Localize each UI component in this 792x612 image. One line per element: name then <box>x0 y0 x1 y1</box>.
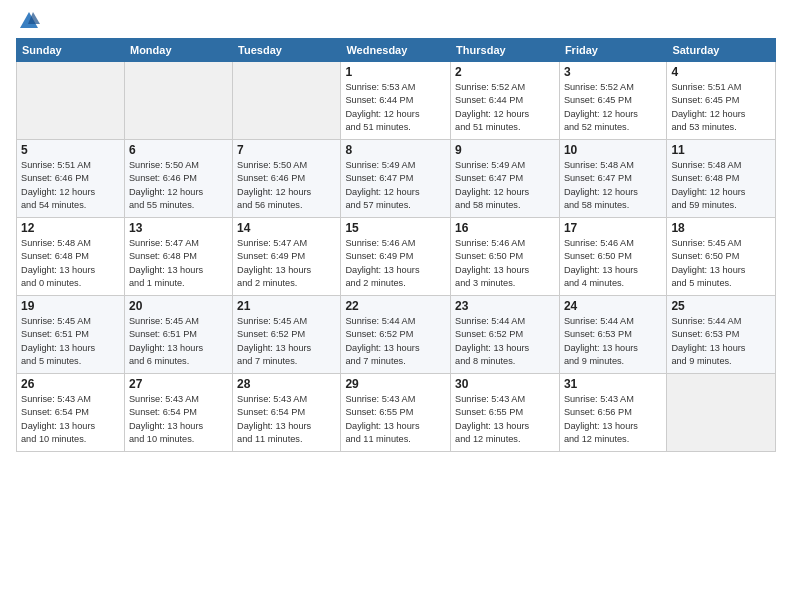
day-number: 7 <box>237 143 336 157</box>
day-number: 16 <box>455 221 555 235</box>
calendar-cell: 21Sunrise: 5:45 AMSunset: 6:52 PMDayligh… <box>233 296 341 374</box>
day-of-week-header: Wednesday <box>341 39 451 62</box>
day-number: 26 <box>21 377 120 391</box>
calendar-week-row: 19Sunrise: 5:45 AMSunset: 6:51 PMDayligh… <box>17 296 776 374</box>
calendar-cell: 13Sunrise: 5:47 AMSunset: 6:48 PMDayligh… <box>124 218 232 296</box>
day-info: Sunrise: 5:43 AMSunset: 6:55 PMDaylight:… <box>455 393 555 446</box>
logo-icon <box>18 10 40 32</box>
day-of-week-header: Friday <box>559 39 667 62</box>
calendar-cell: 9Sunrise: 5:49 AMSunset: 6:47 PMDaylight… <box>451 140 560 218</box>
day-number: 15 <box>345 221 446 235</box>
day-info: Sunrise: 5:52 AMSunset: 6:45 PMDaylight:… <box>564 81 663 134</box>
day-of-week-header: Monday <box>124 39 232 62</box>
calendar-cell: 1Sunrise: 5:53 AMSunset: 6:44 PMDaylight… <box>341 62 451 140</box>
calendar-cell: 23Sunrise: 5:44 AMSunset: 6:52 PMDayligh… <box>451 296 560 374</box>
day-of-week-header: Tuesday <box>233 39 341 62</box>
calendar-cell: 25Sunrise: 5:44 AMSunset: 6:53 PMDayligh… <box>667 296 776 374</box>
day-number: 31 <box>564 377 663 391</box>
day-info: Sunrise: 5:46 AMSunset: 6:49 PMDaylight:… <box>345 237 446 290</box>
day-info: Sunrise: 5:48 AMSunset: 6:47 PMDaylight:… <box>564 159 663 212</box>
calendar-cell: 12Sunrise: 5:48 AMSunset: 6:48 PMDayligh… <box>17 218 125 296</box>
day-info: Sunrise: 5:50 AMSunset: 6:46 PMDaylight:… <box>237 159 336 212</box>
day-info: Sunrise: 5:44 AMSunset: 6:52 PMDaylight:… <box>345 315 446 368</box>
day-info: Sunrise: 5:43 AMSunset: 6:55 PMDaylight:… <box>345 393 446 446</box>
day-number: 24 <box>564 299 663 313</box>
calendar-body: 1Sunrise: 5:53 AMSunset: 6:44 PMDaylight… <box>17 62 776 452</box>
calendar-header-row: SundayMondayTuesdayWednesdayThursdayFrid… <box>17 39 776 62</box>
day-number: 6 <box>129 143 228 157</box>
day-number: 19 <box>21 299 120 313</box>
day-info: Sunrise: 5:46 AMSunset: 6:50 PMDaylight:… <box>455 237 555 290</box>
day-number: 3 <box>564 65 663 79</box>
day-number: 20 <box>129 299 228 313</box>
day-number: 23 <box>455 299 555 313</box>
calendar-cell: 15Sunrise: 5:46 AMSunset: 6:49 PMDayligh… <box>341 218 451 296</box>
calendar-cell: 8Sunrise: 5:49 AMSunset: 6:47 PMDaylight… <box>341 140 451 218</box>
day-info: Sunrise: 5:43 AMSunset: 6:56 PMDaylight:… <box>564 393 663 446</box>
calendar-page: SundayMondayTuesdayWednesdayThursdayFrid… <box>0 0 792 462</box>
day-info: Sunrise: 5:45 AMSunset: 6:50 PMDaylight:… <box>671 237 771 290</box>
day-number: 4 <box>671 65 771 79</box>
day-number: 8 <box>345 143 446 157</box>
calendar-cell <box>17 62 125 140</box>
calendar-cell: 19Sunrise: 5:45 AMSunset: 6:51 PMDayligh… <box>17 296 125 374</box>
day-info: Sunrise: 5:53 AMSunset: 6:44 PMDaylight:… <box>345 81 446 134</box>
calendar-week-row: 26Sunrise: 5:43 AMSunset: 6:54 PMDayligh… <box>17 374 776 452</box>
day-info: Sunrise: 5:44 AMSunset: 6:53 PMDaylight:… <box>564 315 663 368</box>
day-info: Sunrise: 5:43 AMSunset: 6:54 PMDaylight:… <box>21 393 120 446</box>
day-info: Sunrise: 5:48 AMSunset: 6:48 PMDaylight:… <box>671 159 771 212</box>
calendar-cell: 14Sunrise: 5:47 AMSunset: 6:49 PMDayligh… <box>233 218 341 296</box>
day-number: 5 <box>21 143 120 157</box>
calendar-cell: 30Sunrise: 5:43 AMSunset: 6:55 PMDayligh… <box>451 374 560 452</box>
calendar-cell <box>667 374 776 452</box>
day-number: 10 <box>564 143 663 157</box>
calendar-week-row: 5Sunrise: 5:51 AMSunset: 6:46 PMDaylight… <box>17 140 776 218</box>
calendar-table: SundayMondayTuesdayWednesdayThursdayFrid… <box>16 38 776 452</box>
logo <box>16 10 40 32</box>
day-number: 18 <box>671 221 771 235</box>
day-number: 14 <box>237 221 336 235</box>
day-number: 17 <box>564 221 663 235</box>
calendar-cell: 2Sunrise: 5:52 AMSunset: 6:44 PMDaylight… <box>451 62 560 140</box>
day-of-week-header: Sunday <box>17 39 125 62</box>
calendar-week-row: 12Sunrise: 5:48 AMSunset: 6:48 PMDayligh… <box>17 218 776 296</box>
calendar-cell: 11Sunrise: 5:48 AMSunset: 6:48 PMDayligh… <box>667 140 776 218</box>
calendar-cell: 6Sunrise: 5:50 AMSunset: 6:46 PMDaylight… <box>124 140 232 218</box>
day-number: 13 <box>129 221 228 235</box>
day-of-week-header: Saturday <box>667 39 776 62</box>
calendar-cell <box>124 62 232 140</box>
calendar-cell: 7Sunrise: 5:50 AMSunset: 6:46 PMDaylight… <box>233 140 341 218</box>
day-info: Sunrise: 5:51 AMSunset: 6:46 PMDaylight:… <box>21 159 120 212</box>
day-info: Sunrise: 5:43 AMSunset: 6:54 PMDaylight:… <box>129 393 228 446</box>
calendar-cell: 29Sunrise: 5:43 AMSunset: 6:55 PMDayligh… <box>341 374 451 452</box>
calendar-cell: 28Sunrise: 5:43 AMSunset: 6:54 PMDayligh… <box>233 374 341 452</box>
day-info: Sunrise: 5:44 AMSunset: 6:53 PMDaylight:… <box>671 315 771 368</box>
calendar-cell: 22Sunrise: 5:44 AMSunset: 6:52 PMDayligh… <box>341 296 451 374</box>
calendar-cell: 31Sunrise: 5:43 AMSunset: 6:56 PMDayligh… <box>559 374 667 452</box>
calendar-cell: 10Sunrise: 5:48 AMSunset: 6:47 PMDayligh… <box>559 140 667 218</box>
calendar-cell: 5Sunrise: 5:51 AMSunset: 6:46 PMDaylight… <box>17 140 125 218</box>
day-number: 27 <box>129 377 228 391</box>
day-number: 22 <box>345 299 446 313</box>
day-info: Sunrise: 5:48 AMSunset: 6:48 PMDaylight:… <box>21 237 120 290</box>
calendar-cell: 27Sunrise: 5:43 AMSunset: 6:54 PMDayligh… <box>124 374 232 452</box>
header <box>16 10 776 32</box>
day-number: 11 <box>671 143 771 157</box>
day-number: 9 <box>455 143 555 157</box>
calendar-cell: 3Sunrise: 5:52 AMSunset: 6:45 PMDaylight… <box>559 62 667 140</box>
day-of-week-header: Thursday <box>451 39 560 62</box>
day-info: Sunrise: 5:47 AMSunset: 6:49 PMDaylight:… <box>237 237 336 290</box>
calendar-cell <box>233 62 341 140</box>
day-number: 12 <box>21 221 120 235</box>
day-info: Sunrise: 5:43 AMSunset: 6:54 PMDaylight:… <box>237 393 336 446</box>
day-info: Sunrise: 5:45 AMSunset: 6:52 PMDaylight:… <box>237 315 336 368</box>
calendar-cell: 4Sunrise: 5:51 AMSunset: 6:45 PMDaylight… <box>667 62 776 140</box>
day-number: 30 <box>455 377 555 391</box>
calendar-cell: 16Sunrise: 5:46 AMSunset: 6:50 PMDayligh… <box>451 218 560 296</box>
day-info: Sunrise: 5:45 AMSunset: 6:51 PMDaylight:… <box>129 315 228 368</box>
calendar-cell: 20Sunrise: 5:45 AMSunset: 6:51 PMDayligh… <box>124 296 232 374</box>
day-info: Sunrise: 5:51 AMSunset: 6:45 PMDaylight:… <box>671 81 771 134</box>
day-info: Sunrise: 5:46 AMSunset: 6:50 PMDaylight:… <box>564 237 663 290</box>
day-info: Sunrise: 5:49 AMSunset: 6:47 PMDaylight:… <box>455 159 555 212</box>
day-number: 25 <box>671 299 771 313</box>
